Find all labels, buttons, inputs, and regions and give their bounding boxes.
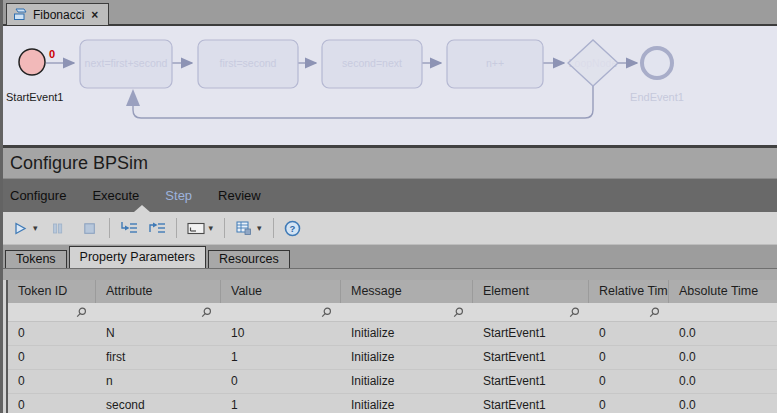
column-header-value[interactable]: Value: [221, 280, 341, 303]
diagram-icon: [13, 8, 27, 21]
start-event-node[interactable]: [19, 49, 45, 75]
cell-token-id: 0: [8, 370, 96, 393]
result-tabs: Tokens Property Parameters Resources: [0, 245, 777, 268]
cell-relative-time: 0: [589, 346, 669, 369]
help-button[interactable]: ?: [281, 216, 305, 240]
bpsim-panel-titlebar: Configure BPSim: [0, 148, 777, 179]
magnifier-icon: [569, 307, 580, 318]
task-label: second=next: [342, 57, 402, 69]
column-header-attribute[interactable]: Attribute: [96, 280, 221, 303]
cell-attribute: first: [96, 346, 221, 369]
start-event-label: StartEvent1: [6, 91, 63, 103]
cell-absolute-time: 0.0: [669, 394, 777, 413]
tabs-underline-band: [0, 268, 777, 280]
cell-element: StartEvent1: [473, 370, 589, 393]
stop-icon: [83, 222, 96, 235]
tab-property-parameters[interactable]: Property Parameters: [69, 246, 206, 268]
step-into-icon: [120, 221, 138, 235]
column-header-absolute-time[interactable]: Absolute Time: [669, 280, 777, 303]
toolbar-separator: [224, 218, 225, 238]
export-grid-button[interactable]: [232, 216, 256, 240]
filter-cell-attribute[interactable]: [96, 303, 221, 321]
toolbar-separator: [109, 218, 110, 238]
menu-item-step[interactable]: Step: [165, 188, 192, 203]
end-event-label: EndEvent1: [630, 91, 684, 103]
toolbar-separator: [176, 218, 177, 238]
cell-attribute: N: [96, 322, 221, 345]
cell-relative-time: 0: [589, 370, 669, 393]
task-node-4[interactable]: n++: [447, 40, 543, 88]
filter-cell-element[interactable]: [473, 303, 589, 321]
task-node-1[interactable]: next=first+second: [80, 40, 172, 88]
token-badge: 0: [49, 48, 55, 60]
task-node-2[interactable]: first=second: [198, 40, 298, 88]
help-icon: ?: [284, 220, 301, 237]
page-title: Configure BPSim: [10, 153, 148, 174]
gateway-node[interactable]: LoopNode: [568, 40, 618, 86]
export-grid-icon: [236, 221, 252, 235]
close-icon[interactable]: ×: [90, 9, 99, 21]
magnifier-icon: [76, 307, 87, 318]
document-tab-fibonacci[interactable]: Fibonacci ×: [6, 3, 109, 25]
magnifier-icon: [453, 307, 464, 318]
column-header-relative-time[interactable]: Relative Time: [589, 280, 669, 303]
filter-cell-message[interactable]: [341, 303, 473, 321]
menu-item-configure[interactable]: Configure: [10, 188, 66, 203]
cell-absolute-time: 0.0: [669, 346, 777, 369]
console-dropdown-caret-icon[interactable]: ▾: [209, 223, 214, 233]
table-row[interactable]: 0 first 1 Initialize StartEvent1 0 0.0: [8, 346, 777, 370]
filter-cell-absolute-time[interactable]: [669, 303, 777, 321]
console-window-icon: [187, 222, 205, 235]
menu-item-execute[interactable]: Execute: [92, 188, 139, 203]
stop-button[interactable]: [78, 216, 102, 240]
cell-token-id: 0: [8, 394, 96, 413]
tab-resources[interactable]: Resources: [208, 250, 290, 268]
active-menu-notch: [134, 205, 150, 212]
task-label: n++: [486, 57, 504, 69]
bpsim-menu: Configure Execute Step Review: [0, 179, 777, 212]
column-header-message[interactable]: Message: [341, 280, 473, 303]
svg-text:?: ?: [290, 223, 296, 234]
task-node-3[interactable]: second=next: [322, 40, 422, 88]
cell-element: StartEvent1: [473, 394, 589, 413]
cell-message: Initialize: [341, 370, 473, 393]
filter-cell-token-id[interactable]: [8, 303, 96, 321]
run-dropdown-caret-icon[interactable]: ▾: [33, 223, 38, 233]
document-tabbar: Fibonacci ×: [0, 0, 777, 26]
column-header-token-id[interactable]: Token ID: [8, 280, 96, 303]
end-event-node[interactable]: [642, 48, 672, 78]
cell-element: StartEvent1: [473, 322, 589, 345]
tab-tokens[interactable]: Tokens: [5, 250, 67, 268]
table-row[interactable]: 0 n 0 Initialize StartEvent1 0 0.0: [8, 370, 777, 394]
cell-value: 10: [221, 322, 341, 345]
document-tab-label: Fibonacci: [33, 8, 84, 22]
export-dropdown-caret-icon[interactable]: ▾: [257, 223, 262, 233]
column-header-element[interactable]: Element: [473, 280, 589, 303]
cell-absolute-time: 0.0: [669, 322, 777, 345]
filter-cell-value[interactable]: [221, 303, 341, 321]
cell-message: Initialize: [341, 394, 473, 413]
table-row[interactable]: 0 N 10 Initialize StartEvent1 0 0.0: [8, 322, 777, 346]
cell-value: 1: [221, 346, 341, 369]
magnifier-icon: [201, 307, 212, 318]
filter-cell-relative-time[interactable]: [589, 303, 669, 321]
step-over-icon: [148, 221, 166, 235]
step-into-button[interactable]: [117, 216, 141, 240]
cell-message: Initialize: [341, 346, 473, 369]
cell-message: Initialize: [341, 322, 473, 345]
run-button[interactable]: [8, 216, 32, 240]
table-header-row: Token ID Attribute Value Message Element…: [8, 280, 777, 303]
console-window-button[interactable]: [184, 216, 208, 240]
step-over-button[interactable]: [145, 216, 169, 240]
pause-icon: [51, 222, 64, 235]
property-parameters-table: Token ID Attribute Value Message Element…: [6, 280, 777, 413]
pause-button[interactable]: [46, 216, 70, 240]
table-row[interactable]: 0 second 1 Initialize StartEvent1 0 0.0: [8, 394, 777, 413]
magnifier-icon: [321, 307, 332, 318]
menu-item-review[interactable]: Review: [218, 188, 261, 203]
cell-value: 0: [221, 370, 341, 393]
cell-value: 1: [221, 394, 341, 413]
bpsim-window: Fibonacci ×: [0, 0, 777, 413]
cell-token-id: 0: [8, 322, 96, 345]
task-label: first=second: [220, 57, 277, 69]
